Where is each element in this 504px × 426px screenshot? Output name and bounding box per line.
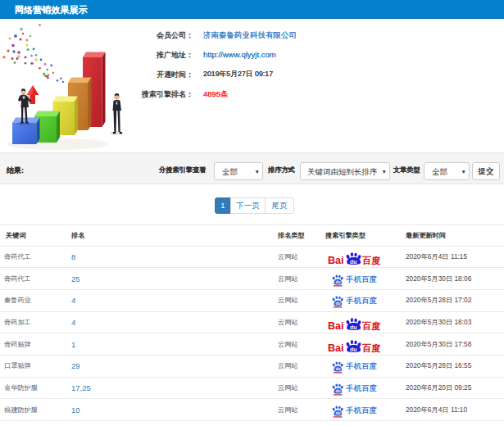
svg-text:du: du [336, 411, 341, 415]
svg-text:百度: 百度 [361, 256, 380, 265]
svg-text:百度: 百度 [361, 343, 380, 353]
svg-text:du: du [350, 259, 356, 265]
svg-text:du: du [350, 324, 356, 330]
svg-text:du: du [336, 368, 341, 372]
svg-text:du: du [350, 347, 356, 352]
svg-text:du: du [336, 389, 341, 393]
svg-text:Bai: Bai [328, 342, 343, 353]
svg-text:du: du [336, 302, 341, 306]
svg-text:百度: 百度 [361, 321, 380, 331]
svg-text:Bai: Bai [328, 320, 343, 331]
svg-text:du: du [336, 280, 341, 284]
svg-text:Bai: Bai [328, 255, 343, 265]
